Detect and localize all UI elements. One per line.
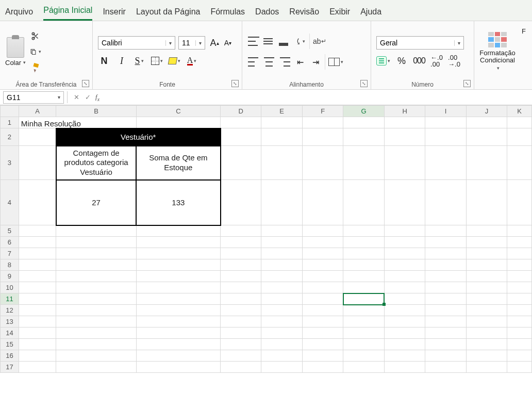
row-header[interactable]: 15 [1, 339, 19, 350]
font-name-combo[interactable]: ▾ [98, 36, 175, 50]
italic-button[interactable]: I [115, 55, 128, 67]
chevron-down-icon[interactable]: ▾ [54, 94, 63, 100]
cell[interactable] [343, 259, 384, 271]
increase-decimal-button[interactable]: ←.0 .00 [430, 55, 443, 67]
borders-button[interactable]: ▾ [151, 55, 163, 67]
cell[interactable] [221, 339, 261, 350]
cut-button[interactable] [30, 30, 41, 42]
cell[interactable] [384, 248, 425, 259]
col-header-J[interactable]: J [466, 106, 507, 117]
cell[interactable] [136, 293, 220, 305]
cell[interactable] [507, 271, 532, 282]
cell[interactable] [507, 362, 532, 373]
cell[interactable] [56, 293, 136, 305]
paste-button[interactable]: Colar ▾ [5, 59, 26, 67]
cell[interactable] [19, 328, 56, 339]
number-format-combo[interactable]: ▾ [376, 36, 464, 50]
font-size-input[interactable] [179, 39, 195, 47]
chevron-down-icon[interactable]: ▾ [454, 40, 463, 46]
cell[interactable] [466, 271, 507, 282]
cell[interactable] [19, 146, 56, 180]
cell[interactable] [19, 350, 56, 362]
cell[interactable] [425, 305, 466, 316]
cell[interactable] [425, 237, 466, 248]
cell[interactable] [466, 282, 507, 293]
cell[interactable] [136, 362, 220, 373]
cell[interactable] [136, 339, 220, 350]
cell[interactable] [466, 305, 507, 316]
cell[interactable] [425, 350, 466, 362]
cell[interactable] [507, 225, 532, 237]
cell[interactable] [221, 117, 261, 128]
row-header[interactable]: 6 [1, 237, 19, 248]
col-header-K[interactable]: K [507, 106, 532, 117]
cancel-formula-button[interactable]: ✕ [71, 92, 82, 103]
name-box[interactable]: ▾ [3, 91, 64, 104]
align-center-button[interactable] [263, 56, 275, 68]
menu-arquivo[interactable]: Arquivo [5, 5, 33, 21]
cell[interactable] [507, 350, 532, 362]
table-value-0[interactable]: 27 [56, 180, 136, 225]
cell[interactable] [343, 117, 384, 128]
cell[interactable] [302, 362, 343, 373]
font-name-input[interactable] [98, 39, 165, 47]
cell[interactable] [466, 293, 507, 305]
cell[interactable] [466, 350, 507, 362]
cell[interactable] [56, 362, 136, 373]
cell[interactable] [19, 248, 56, 259]
copy-button[interactable]: ▾ [30, 46, 41, 57]
cell[interactable] [302, 350, 343, 362]
cell[interactable] [425, 225, 466, 237]
cell[interactable] [221, 237, 261, 248]
cell[interactable] [466, 128, 507, 146]
cell[interactable] [343, 339, 384, 350]
cell[interactable] [56, 282, 136, 293]
cell[interactable] [136, 225, 220, 237]
cell[interactable] [384, 146, 425, 180]
dialog-launcher-icon[interactable]: ⤡ [360, 80, 368, 87]
align-bottom-button[interactable] [278, 35, 291, 47]
cell[interactable] [261, 128, 302, 146]
cell[interactable] [136, 328, 220, 339]
col-header-E[interactable]: E [261, 106, 302, 117]
cell[interactable] [261, 362, 302, 373]
dialog-launcher-icon[interactable]: ⤡ [82, 80, 89, 87]
cell[interactable] [221, 248, 261, 259]
row-header[interactable]: 8 [1, 259, 19, 271]
cell[interactable] [221, 146, 261, 180]
col-header-F[interactable]: F [302, 106, 343, 117]
cell[interactable] [343, 271, 384, 282]
cell[interactable] [221, 282, 261, 293]
row-header[interactable]: 12 [1, 305, 19, 316]
row-header[interactable]: 5 [1, 225, 19, 237]
cell[interactable] [56, 339, 136, 350]
menu-exibir[interactable]: Exibir [329, 5, 350, 21]
cell[interactable] [221, 350, 261, 362]
col-header-B[interactable]: B [56, 106, 136, 117]
cell[interactable] [507, 339, 532, 350]
cell[interactable] [261, 117, 302, 128]
cell[interactable] [261, 271, 302, 282]
cell[interactable] [507, 305, 532, 316]
cell[interactable] [343, 128, 384, 146]
cell[interactable] [56, 305, 136, 316]
cell[interactable] [136, 117, 220, 128]
cell[interactable] [56, 271, 136, 282]
col-header-G[interactable]: G [343, 106, 384, 117]
cell[interactable] [425, 282, 466, 293]
cell[interactable] [507, 259, 532, 271]
accounting-format-button[interactable]: ▾ [376, 55, 390, 67]
cell[interactable] [56, 248, 136, 259]
col-header-I[interactable]: I [425, 106, 466, 117]
cell[interactable] [19, 237, 56, 248]
cell[interactable] [425, 362, 466, 373]
cell[interactable] [425, 271, 466, 282]
cell[interactable] [136, 282, 220, 293]
cell[interactable] [384, 305, 425, 316]
cell[interactable] [221, 328, 261, 339]
row-header[interactable]: 4 [1, 180, 19, 225]
fill-color-button[interactable]: ▾ [168, 55, 180, 67]
table-header-0[interactable]: Contagem de produtos categoria Vestuário [56, 146, 136, 180]
cell[interactable] [221, 128, 261, 146]
cell[interactable] [261, 316, 302, 328]
